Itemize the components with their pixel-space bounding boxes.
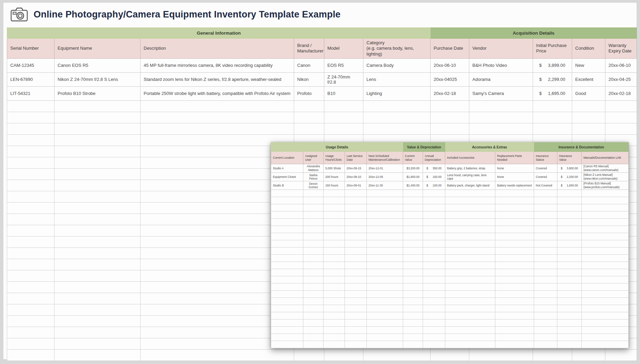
empty-cell[interactable]	[7, 214, 55, 225]
empty-cell[interactable]	[7, 157, 55, 168]
empty-cell[interactable]	[572, 112, 605, 123]
cell[interactable]: Camera Body	[363, 58, 431, 72]
empty-cell[interactable]	[303, 291, 324, 298]
empty-cell[interactable]	[423, 211, 445, 219]
empty-cell[interactable]	[582, 211, 629, 219]
cell[interactable]: $2,200.00	[557, 173, 582, 181]
empty-cell[interactable]	[495, 247, 534, 255]
empty-cell[interactable]	[445, 197, 495, 204]
empty-cell[interactable]	[345, 226, 367, 233]
cell[interactable]: Standard zoom lens for Nikon Z series, f…	[141, 72, 294, 86]
empty-cell[interactable]	[324, 349, 363, 361]
cell[interactable]: 150 hours	[324, 181, 345, 190]
empty-cell[interactable]	[363, 349, 431, 361]
empty-cell[interactable]	[55, 281, 141, 293]
empty-cell[interactable]	[445, 190, 495, 197]
empty-cell[interactable]	[345, 255, 367, 262]
empty-cell[interactable]	[7, 225, 55, 236]
empty-cell[interactable]	[423, 240, 445, 247]
empty-cell[interactable]	[423, 255, 445, 262]
cell[interactable]: 20xx-09-15	[345, 164, 367, 173]
empty-cell[interactable]	[271, 219, 303, 226]
empty-cell[interactable]	[363, 123, 431, 134]
empty-cell[interactable]	[271, 283, 303, 291]
empty-cell[interactable]	[582, 327, 629, 334]
empty-cell[interactable]	[557, 312, 582, 319]
empty-cell[interactable]	[605, 123, 637, 134]
empty-cell[interactable]	[55, 168, 141, 180]
empty-cell[interactable]	[403, 341, 423, 348]
cell[interactable]: $3,200.00	[403, 164, 423, 173]
empty-cell[interactable]	[324, 100, 363, 112]
empty-cell[interactable]	[55, 112, 141, 123]
empty-cell[interactable]	[363, 100, 431, 112]
empty-cell[interactable]	[345, 204, 367, 211]
empty-cell[interactable]	[303, 269, 324, 276]
empty-cell[interactable]	[7, 168, 55, 180]
empty-cell[interactable]	[367, 319, 403, 327]
empty-cell[interactable]	[271, 291, 303, 298]
empty-cell[interactable]	[367, 276, 403, 283]
empty-cell[interactable]	[495, 262, 534, 269]
cell[interactable]: Battery grip, 2 batteries, strap	[445, 164, 495, 173]
cell[interactable]: Nikon	[294, 72, 324, 86]
empty-cell[interactable]	[582, 276, 629, 283]
empty-cell[interactable]	[445, 276, 495, 283]
empty-cell[interactable]	[303, 262, 324, 269]
empty-cell[interactable]	[403, 283, 423, 291]
empty-cell[interactable]	[403, 211, 423, 219]
empty-cell[interactable]	[345, 283, 367, 291]
empty-cell[interactable]	[423, 283, 445, 291]
empty-cell[interactable]	[403, 247, 423, 255]
empty-cell[interactable]	[303, 247, 324, 255]
empty-cell[interactable]	[271, 334, 303, 341]
empty-cell[interactable]	[324, 123, 363, 134]
empty-cell[interactable]	[534, 262, 557, 269]
empty-cell[interactable]	[324, 240, 345, 247]
empty-cell[interactable]	[345, 197, 367, 204]
empty-cell[interactable]	[367, 233, 403, 240]
empty-cell[interactable]	[367, 283, 403, 291]
empty-cell[interactable]	[324, 298, 345, 305]
empty-cell[interactable]	[367, 305, 403, 312]
cell[interactable]: Lens hood, carrying case, lens caps	[445, 173, 495, 181]
empty-cell[interactable]	[403, 255, 423, 262]
empty-cell[interactable]	[534, 190, 557, 197]
empty-cell[interactable]	[55, 247, 141, 259]
empty-cell[interactable]	[423, 226, 445, 233]
cell[interactable]: [Canon R5 Manual](www.canon.com/manuals)	[582, 164, 629, 173]
empty-cell[interactable]	[469, 112, 533, 123]
empty-cell[interactable]	[324, 334, 345, 341]
empty-cell[interactable]	[294, 100, 324, 112]
empty-cell[interactable]	[345, 276, 367, 283]
empty-cell[interactable]	[423, 298, 445, 305]
empty-cell[interactable]	[495, 269, 534, 276]
empty-cell[interactable]	[303, 233, 324, 240]
empty-cell[interactable]	[582, 269, 629, 276]
empty-cell[interactable]	[367, 240, 403, 247]
empty-cell[interactable]	[324, 283, 345, 291]
empty-cell[interactable]	[271, 240, 303, 247]
cell[interactable]: Profoto B10 Strobe	[55, 86, 141, 100]
cell[interactable]: 20xx-06-10	[431, 58, 469, 72]
empty-cell[interactable]	[324, 276, 345, 283]
empty-cell[interactable]	[345, 312, 367, 319]
empty-cell[interactable]	[423, 233, 445, 240]
empty-cell[interactable]	[495, 341, 534, 348]
empty-cell[interactable]	[7, 180, 55, 191]
cell[interactable]: Alexandra Mattson	[303, 164, 324, 173]
empty-cell[interactable]	[294, 349, 324, 361]
empty-cell[interactable]	[403, 240, 423, 247]
empty-cell[interactable]	[557, 247, 582, 255]
empty-cell[interactable]	[533, 100, 572, 112]
empty-cell[interactable]	[7, 304, 55, 315]
empty-cell[interactable]	[294, 112, 324, 123]
cell[interactable]: Adorama	[469, 72, 533, 86]
empty-cell[interactable]	[557, 341, 582, 348]
cell[interactable]: B10	[324, 86, 363, 100]
empty-cell[interactable]	[557, 305, 582, 312]
empty-cell[interactable]	[345, 211, 367, 219]
empty-cell[interactable]	[445, 269, 495, 276]
empty-cell[interactable]	[533, 123, 572, 134]
empty-cell[interactable]	[345, 247, 367, 255]
